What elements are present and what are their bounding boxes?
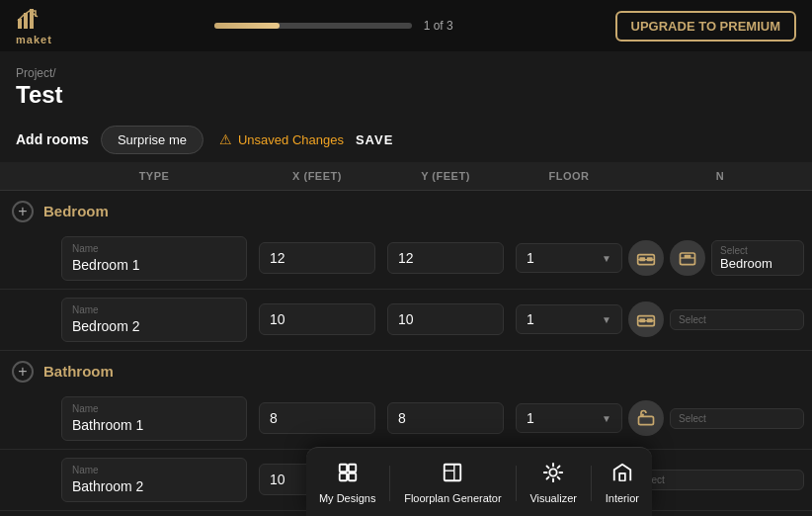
svg-rect-22 [619,473,625,480]
bathroom1-extras: Select [628,400,812,436]
select-label: Select [637,474,795,485]
bathroom-type-label: Bathroom [43,363,114,380]
interior-icon [611,462,633,488]
bathroom1-y-field[interactable]: 8 [387,402,504,434]
upgrade-button[interactable]: UPGRADE TO PREMIUM [615,11,796,42]
logo: maket [16,7,52,45]
bedroom2-name-field[interactable]: Name Bedroom 2 [61,298,247,342]
bathroom1-name-value: Bathroom 1 [72,417,143,433]
bedroom2-select[interactable]: Select [670,309,804,330]
bathroom1-floor-value: 1 [527,410,534,426]
bedroom1-x-field[interactable]: 12 [259,242,375,274]
bathroom1-name-field[interactable]: Name Bathroom 1 [61,396,247,441]
col-x: X (FEET) [253,170,381,182]
floorplan-icon [442,462,463,488]
floor-select-arrow: ▼ [602,314,611,325]
svg-rect-17 [445,465,461,481]
col-n: N [628,170,812,182]
bathroom-group-header: + Bathroom [0,351,812,388]
table-header: TYPE X (FEET) Y (FEET) FLOOR N [0,162,812,191]
bedroom1-name-value: Bedroom 1 [72,257,139,273]
bathroom1-select[interactable]: Select [670,408,804,429]
floor-select-arrow: ▼ [602,253,611,264]
my-designs-label: My Designs [319,492,375,504]
svg-rect-16 [349,473,356,480]
unsaved-area: ⚠ Unsaved Changes [219,131,344,147]
add-bathroom-button[interactable]: + [12,361,34,383]
bedroom1-select[interactable]: Select Bedroom [711,240,804,276]
bedroom2-y-field[interactable]: 10 [387,303,504,335]
bathroom1-y-value: 8 [398,410,406,426]
bedroom1-x-value: 12 [270,250,285,266]
bedroom-type-label: Bedroom [43,203,109,219]
nav-item-interior[interactable]: Interior [594,458,651,508]
bathroom2-select[interactable]: Select [628,470,804,490]
warning-icon: ⚠ [219,131,232,147]
my-designs-icon [337,462,359,488]
select-label: Select [679,314,795,325]
project-name: Test [16,81,796,110]
save-button[interactable]: SAVE [356,132,393,147]
toolbar: Add rooms Surprise me ⚠ Unsaved Changes … [0,118,812,162]
unsaved-text: Unsaved Changes [238,132,344,147]
bathroom2-x-value: 10 [270,472,285,487]
add-rooms-label: Add rooms [16,131,89,147]
bedroom2-y-value: 10 [398,311,414,327]
table-row: Name Bedroom 2 10 10 1 ▼ [0,290,812,351]
project-section: Project/ Test [0,51,812,118]
bedroom2-floor-select[interactable]: 1 ▼ [516,304,622,334]
bedroom1-y-value: 12 [398,250,414,266]
bathroom1-x-field[interactable]: 8 [259,402,375,434]
svg-rect-14 [349,465,356,472]
progress-bar-bg [214,23,412,29]
bedroom1-extras: Select Bedroom [628,240,812,276]
add-bedroom-button[interactable]: + [12,201,34,222]
visualizer-label: Visualizer [529,492,577,504]
bedroom1-select-value: Bedroom [720,256,772,271]
svg-rect-15 [339,473,346,480]
bathroom1-x-value: 8 [270,410,278,426]
svg-rect-11 [639,417,654,425]
bedroom1-y-field[interactable]: 12 [387,242,504,274]
col-y: Y (FEET) [381,170,510,182]
nav-item-floorplan[interactable]: Floorplan Generator [392,458,513,508]
bedroom1-floor-value: 1 [527,250,534,266]
interior-label: Interior [606,492,639,504]
bedroom1-floor-select[interactable]: 1 ▼ [516,243,622,273]
col-empty [0,170,55,182]
bedroom1-icon1[interactable] [628,240,664,276]
select-label: Select [720,245,795,256]
floor-select-arrow: ▼ [602,413,611,424]
bedroom1-icon2[interactable] [670,240,705,276]
name-label: Name [72,243,236,254]
nav-item-visualizer[interactable]: Visualizer [518,458,589,508]
bedroom2-extras: Select [628,301,812,337]
progress-label: 1 of 3 [424,19,453,33]
bathroom1-icon1[interactable] [628,400,664,436]
svg-rect-13 [339,465,346,472]
logo-icon [16,7,43,34]
svg-point-21 [550,469,557,475]
visualizer-icon [542,462,564,488]
logo-text: maket [16,34,52,45]
bedroom1-name-field[interactable]: Name Bedroom 1 [61,236,247,281]
nav-item-my-designs[interactable]: My Designs [307,458,387,508]
bedroom2-icon1[interactable] [628,301,664,337]
bathroom2-name-field[interactable]: Name Bathroom 2 [61,458,247,502]
bedroom2-x-value: 10 [270,311,285,327]
select-label: Select [679,413,795,424]
table-row: Name Bathroom 1 8 8 1 ▼ [0,388,812,450]
svg-point-12 [641,414,644,417]
bedroom2-floor-value: 1 [527,311,534,327]
bathroom1-floor-select[interactable]: 1 ▼ [516,403,622,433]
table-row: Name Bedroom 1 12 12 1 ▼ [0,228,812,290]
name-label: Name [72,304,236,315]
progress-area: 1 of 3 [68,19,600,33]
bottom-nav: My Designs Floorplan Generator Visualize… [306,447,652,516]
name-label: Name [72,403,236,414]
progress-bar-fill [214,23,280,29]
surprise-me-button[interactable]: Surprise me [101,126,203,154]
bathroom2-name-value: Bathroom 2 [72,478,143,494]
nav-divider [516,466,517,501]
bedroom2-x-field[interactable]: 10 [259,303,375,335]
